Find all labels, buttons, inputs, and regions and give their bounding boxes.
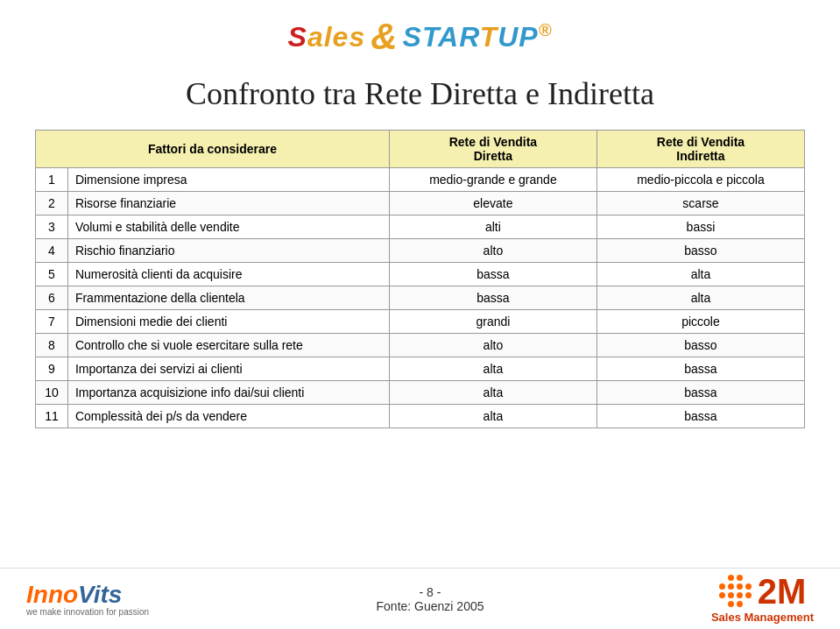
logo-sales: Sales: [288, 21, 366, 53]
row-fattore: Importanza acquisizione info dai/sui cli…: [67, 381, 389, 405]
table-row: 6 Frammentazione della clientela bassa a…: [36, 286, 805, 310]
footer-center: - 8 - Fonte: Guenzi 2005: [377, 585, 484, 613]
row-num: 3: [36, 216, 68, 239]
row-fattore: Importanza dei servizi ai clienti: [67, 357, 389, 381]
comparison-table: Fattori da considerare Rete di Vendita D…: [35, 130, 805, 428]
page-title: Confronto tra Rete Diretta e Indiretta: [0, 75, 840, 112]
table-row: 4 Rischio finanziario alto basso: [36, 239, 805, 263]
row-indiretta: bassa: [596, 381, 804, 405]
sales-mgmt-logo: 2M: [719, 574, 807, 609]
row-indiretta: basso: [596, 239, 804, 263]
table-row: 5 Numerosità clienti da acquisire bassa …: [36, 263, 805, 286]
logo-ampersand: &: [371, 16, 397, 58]
footer-left: InnoVits we make innovation for passion: [26, 581, 149, 617]
logo-startup: STARTUP®: [403, 20, 553, 53]
table-row: 9 Importanza dei servizi ai clienti alta…: [36, 357, 805, 381]
row-indiretta: piccole: [596, 310, 804, 334]
table-row: 11 Complessità dei p/s da vendere alta b…: [36, 405, 805, 428]
row-num: 2: [36, 192, 68, 216]
row-diretta: alta: [389, 357, 596, 381]
row-indiretta: basso: [596, 334, 804, 357]
row-num: 7: [36, 310, 68, 334]
row-indiretta: alta: [596, 286, 804, 310]
row-fattore: Risorse finanziarie: [67, 192, 389, 216]
logo-area: Sales & STARTUP®: [288, 16, 553, 58]
footer: InnoVits we make innovation for passion …: [0, 568, 840, 629]
row-diretta: alta: [389, 381, 596, 405]
row-diretta: grandi: [389, 310, 596, 334]
row-fattore: Frammentazione della clientela: [67, 286, 389, 310]
row-fattore: Volumi e stabilità delle vendite: [67, 216, 389, 239]
row-diretta: alto: [389, 334, 596, 357]
table-row: 7 Dimensioni medie dei clienti grandi pi…: [36, 310, 805, 334]
row-num: 9: [36, 357, 68, 381]
row-indiretta: bassa: [596, 405, 804, 428]
row-fattore: Dimensione impresa: [67, 168, 389, 192]
header: Sales & STARTUP®: [0, 0, 840, 67]
row-diretta: bassa: [389, 263, 596, 286]
fonte: Fonte: Guenzi 2005: [377, 599, 484, 613]
table-row: 1 Dimensione impresa medio-grande e gran…: [36, 168, 805, 192]
table-row: 2 Risorse finanziarie elevate scarse: [36, 192, 805, 216]
innovits-logo: InnoVits we make innovation for passion: [26, 581, 149, 617]
row-indiretta: bassi: [596, 216, 804, 239]
footer-right: 2M Sales Management: [711, 574, 814, 624]
row-indiretta: alta: [596, 263, 804, 286]
row-diretta: alta: [389, 405, 596, 428]
row-diretta: elevate: [389, 192, 596, 216]
innovits-text: InnoVits: [26, 581, 149, 609]
row-num: 5: [36, 263, 68, 286]
row-fattore: Rischio finanziario: [67, 239, 389, 263]
table-row: 10 Importanza acquisizione info dai/sui …: [36, 381, 805, 405]
dot-grid-icon: [719, 575, 752, 608]
row-fattore: Dimensioni medie dei clienti: [67, 310, 389, 334]
col-header-diretta: Rete di Vendita Diretta: [389, 131, 596, 168]
col-header-fattori: Fattori da considerare: [36, 131, 390, 168]
page-number: - 8 -: [377, 585, 484, 599]
table-row: 3 Volumi e stabilità delle vendite alti …: [36, 216, 805, 239]
row-indiretta: bassa: [596, 357, 804, 381]
two-m-icon: 2M: [758, 574, 807, 609]
table-row: 8 Controllo che si vuole esercitare sull…: [36, 334, 805, 357]
col-header-indiretta: Rete di Vendita Indiretta: [596, 131, 804, 168]
row-num: 10: [36, 381, 68, 405]
row-diretta: bassa: [389, 286, 596, 310]
row-num: 8: [36, 334, 68, 357]
row-num: 1: [36, 168, 68, 192]
row-diretta: medio-grande e grande: [389, 168, 596, 192]
row-fattore: Complessità dei p/s da vendere: [67, 405, 389, 428]
row-fattore: Numerosità clienti da acquisire: [67, 263, 389, 286]
row-diretta: alti: [389, 216, 596, 239]
innovits-tagline: we make innovation for passion: [26, 607, 149, 617]
row-diretta: alto: [389, 239, 596, 263]
row-num: 4: [36, 239, 68, 263]
sales-mgmt-label: Sales Management: [711, 611, 814, 624]
row-indiretta: medio-piccola e piccola: [596, 168, 804, 192]
row-fattore: Controllo che si vuole esercitare sulla …: [67, 334, 389, 357]
row-num: 11: [36, 405, 68, 428]
row-num: 6: [36, 286, 68, 310]
table-container: Fattori da considerare Rete di Vendita D…: [35, 130, 805, 428]
row-indiretta: scarse: [596, 192, 804, 216]
